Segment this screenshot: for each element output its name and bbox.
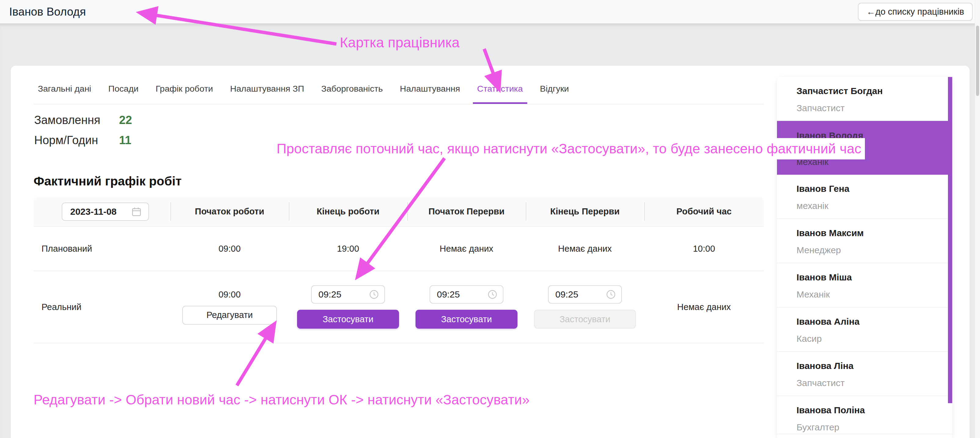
planned-break-end: Немає даних [526,244,644,254]
employee-name: Іванова Аліна [797,316,946,327]
tab-work-schedule[interactable]: Графік роботи [151,83,217,104]
clock-icon [488,290,497,299]
tab-reviews[interactable]: Відгуки [536,83,573,104]
employee-list-item[interactable]: Іванова Ліна Запчастист [777,352,952,396]
employee-list-item[interactable]: Іванова Поліна Бухгалтер [777,396,952,434]
apply-break-start-button[interactable]: Застосувати [415,310,517,329]
tab-settings[interactable]: Налаштування [396,83,465,104]
tab-positions[interactable]: Посади [104,83,143,104]
employee-name: Іванов Гена [797,183,946,194]
employee-name: Запчастист Богдан [797,86,946,97]
content-background: Загальні дані Посади Графік роботи Налаш… [0,23,980,438]
real-work-start-value: 09:00 [219,290,241,299]
date-picker-value: 2023-11-08 [70,207,117,217]
apply-break-end-button-disabled[interactable]: Застосувати [534,310,636,329]
real-work-end-cell: Застосувати [289,285,407,329]
employee-list-item-partial [777,434,952,438]
col-header-break-start: Початок Перерви [407,197,526,226]
date-picker[interactable]: 2023-11-08 [62,202,149,221]
edit-work-start-button[interactable]: Редагувати [182,306,277,325]
real-work-start-cell: 09:00 Редагувати [170,290,289,325]
planned-work-time: 10:00 [644,244,764,254]
apply-work-end-button[interactable]: Застосувати [297,310,399,329]
employee-role: Касир [797,333,946,344]
col-header-work-time: Робочий час [644,197,764,226]
calendar-icon [131,207,142,217]
employee-list-item[interactable]: Запчастист Богдан Запчастист [777,77,952,121]
col-header-work-start: Початок роботи [170,197,289,226]
stat-norm-hours-label: Норм/Годин [34,134,111,147]
annotation-apply-note: Проставляє поточний час, якщо натиснути … [275,138,865,159]
real-work-time: Немає даних [644,302,764,312]
employee-list-item[interactable]: Іванов Міша Механік [777,263,952,307]
employee-list-item[interactable]: Іванова Аліна Касир [777,307,952,352]
tab-bar: Загальні дані Посади Графік роботи Налаш… [33,83,573,104]
page-title: Іванов Володя [9,5,86,18]
tab-general[interactable]: Загальні дані [33,83,95,104]
planned-work-end: 19:00 [289,244,407,254]
planned-break-start: Немає даних [407,244,526,254]
employee-list-scrollbar[interactable] [948,77,952,403]
work-end-time-input[interactable] [318,289,361,299]
schedule-table-header: 2023-11-08 Початок роботи Кінець роботи … [33,197,764,226]
break-end-time-input[interactable] [555,289,598,299]
annotation-card-label: Картка працівника [340,34,460,51]
clock-icon [606,290,616,299]
employee-name: Іванова Ліна [797,360,946,371]
planned-work-start: 09:00 [170,244,289,254]
clock-icon [369,290,379,299]
planned-row-label: Планований [33,244,170,254]
tab-salary-settings[interactable]: Налаштування ЗП [226,83,309,104]
section-title-actual-schedule: Фактичний графік робіт [33,174,181,188]
real-row-label: Реальний [33,302,170,312]
table-row-real: Реальний 09:00 Редагувати [33,271,764,343]
back-to-employees-button[interactable]: ←до списку працівників [858,3,973,21]
employee-role: механік [797,201,946,211]
date-picker-cell: 2023-11-08 [33,197,170,226]
employee-name: Іванов Міша [797,272,946,283]
employee-role: Бухгалтер [797,422,946,433]
employee-list-panel: Запчастист Богдан Запчастист Іванов Воло… [777,77,952,438]
real-break-end-cell: Застосувати [526,285,644,329]
break-start-time-input[interactable] [437,289,480,299]
employee-list-item[interactable]: Іванов Гена механік [777,175,952,219]
break-end-time-input-box[interactable] [548,285,622,304]
work-end-time-input-box[interactable] [311,285,385,304]
top-header-bar: Іванов Володя ←до списку працівників [0,0,980,24]
stat-orders-value: 22 [119,114,132,127]
tab-statistics[interactable]: Статистика [473,83,527,104]
page-scrollbar[interactable] [975,0,980,438]
tab-debt[interactable]: Заборгованість [317,83,387,104]
employee-card-page: Іванов Володя ←до списку працівників Заг… [0,0,980,438]
real-break-start-cell: Застосувати [407,285,526,329]
stat-orders-label: Замовлення [34,114,111,127]
stat-norm-hours: Норм/Годин 11 [34,134,132,147]
employee-name: Іванов Максим [797,228,946,239]
page-scrollbar-thumb[interactable] [976,25,979,96]
employee-name: Іванова Поліна [797,405,946,416]
employee-role: Запчастист [797,103,946,114]
tabs-divider [33,104,764,105]
stat-norm-hours-value: 11 [119,134,131,147]
schedule-table: 2023-11-08 Початок роботи Кінець роботи … [33,197,764,343]
annotation-edit-note: Редагувати -> Обрати новий час -> натисн… [33,392,530,408]
employee-role: Запчастист [797,377,946,389]
stats-block: Замовлення 22 Норм/Годин 11 [34,114,132,154]
employee-list-item[interactable]: Іванов Максим Менеджер [777,219,952,263]
employee-role: Менеджер [797,245,946,256]
col-header-work-end: Кінець роботи [289,197,407,226]
table-row-planned: Планований 09:00 19:00 Немає даних Немає… [33,226,764,271]
employee-role: Механік [797,289,946,300]
col-header-break-end: Кінець Перерви [526,197,644,226]
break-start-time-input-box[interactable] [430,285,503,304]
stat-orders: Замовлення 22 [34,114,132,127]
